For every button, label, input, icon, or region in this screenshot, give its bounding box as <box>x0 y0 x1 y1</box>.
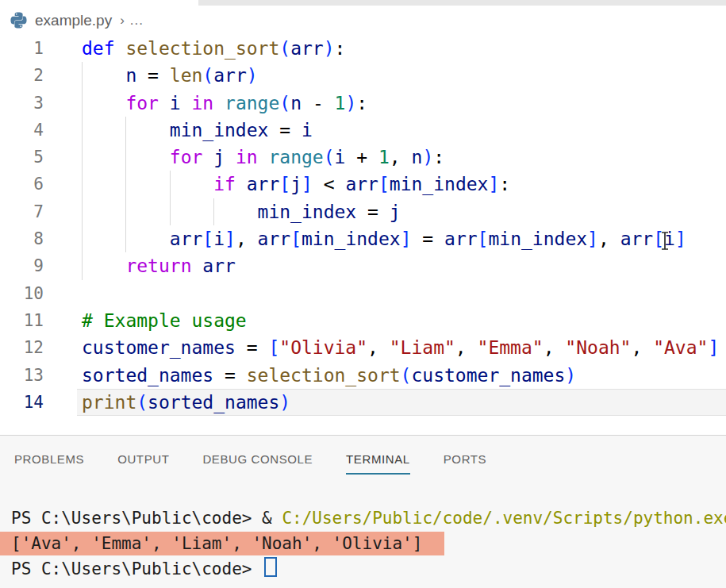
code-token: customer_names <box>411 365 565 386</box>
code-token: [ <box>478 229 489 249</box>
code-token: if <box>213 174 236 194</box>
line-number: 11 <box>0 307 44 334</box>
code-token: ( <box>136 392 148 413</box>
code-token <box>159 93 170 113</box>
code-token: min_index <box>258 202 357 222</box>
terminal-line: ['Ava', 'Emma', 'Liam', 'Noah', 'Olivia'… <box>0 531 726 556</box>
tab-ports[interactable]: PORTS <box>444 452 486 475</box>
code-text: arr[i], arr[min_index] = arr[min_index],… <box>82 225 686 252</box>
code-text: customer_names = ["Olivia", "Liam", "Emm… <box>82 334 719 361</box>
code-token: ) <box>247 65 258 86</box>
code-line[interactable]: 11# Example usage <box>0 307 726 334</box>
code-token: sorted_names <box>82 365 213 386</box>
code-token: 1 <box>335 93 346 113</box>
code-token: , <box>544 337 566 358</box>
code-token: - <box>302 93 335 113</box>
code-token: n <box>125 65 136 86</box>
tab-terminal[interactable]: TERMINAL <box>346 452 410 475</box>
code-token: arr <box>444 229 478 249</box>
code-token: ] <box>225 229 236 249</box>
code-text: return arr <box>82 252 236 279</box>
editor-lines[interactable]: 1def selection_sort(arr):2 n = len(arr)3… <box>0 35 726 416</box>
code-token: = <box>136 65 170 86</box>
code-line[interactable]: 10 <box>0 280 726 307</box>
line-number: 4 <box>0 117 44 144</box>
code-token: in <box>236 147 258 167</box>
code-token: ] <box>675 229 686 249</box>
code-token <box>115 38 126 59</box>
code-token <box>236 174 247 194</box>
code-token: [ <box>290 229 302 249</box>
code-line[interactable]: 1def selection_sort(arr): <box>0 35 726 62</box>
code-token: ] <box>488 174 499 194</box>
code-token: ) <box>422 147 433 167</box>
code-text: # Example usage <box>82 307 247 334</box>
code-line[interactable]: 2 n = len(arr) <box>0 62 726 89</box>
code-line[interactable]: 3 for i in range(n - 1): <box>0 90 726 117</box>
code-token: , <box>598 229 620 249</box>
code-token: , <box>631 337 653 358</box>
code-token: "Liam" <box>390 337 455 358</box>
code-line[interactable]: 7 min_index = j <box>0 198 726 225</box>
code-token: arr <box>258 229 291 249</box>
code-token: [ <box>268 337 279 358</box>
tab-problems[interactable]: PROBLEMS <box>14 452 84 475</box>
code-token <box>213 93 225 113</box>
code-token: j <box>290 174 302 194</box>
line-number: 5 <box>0 144 44 171</box>
code-line[interactable]: 12customer_names = ["Olivia", "Liam", "E… <box>0 334 726 361</box>
code-token: len <box>170 65 203 86</box>
code-token: arr <box>290 38 324 59</box>
code-token: [ <box>202 229 213 249</box>
code-line[interactable]: 5 for j in range(i + 1, n): <box>0 144 726 171</box>
code-token: "Noah" <box>565 337 631 358</box>
code-token: range <box>268 147 323 167</box>
tab-output[interactable]: OUTPUT <box>117 452 169 475</box>
code-token: ] <box>302 174 313 194</box>
code-line[interactable]: 13sorted_names = selection_sort(customer… <box>0 362 726 389</box>
code-token: , <box>455 337 478 358</box>
code-token <box>82 120 170 140</box>
code-token: arr <box>620 229 654 249</box>
code-line[interactable]: 4 min_index = i <box>0 117 726 144</box>
line-number: 1 <box>0 35 44 62</box>
line-number: 13 <box>0 362 44 389</box>
text-cursor-pointer <box>659 231 670 251</box>
terminal-text: ['Ava', 'Emma', 'Liam', 'Noah', 'Olivia'… <box>11 534 422 553</box>
terminal[interactable]: PS C:\Users\Public\code> & C:/Users/Publ… <box>0 505 726 582</box>
code-token: in <box>192 93 214 113</box>
code-token: arr <box>345 174 378 194</box>
code-token: j <box>213 147 225 167</box>
code-token <box>82 65 125 86</box>
code-token: ) <box>279 392 290 413</box>
code-token: ] <box>708 337 719 358</box>
code-token: i <box>335 147 346 167</box>
code-token: ( <box>401 365 412 386</box>
breadcrumb-file-name[interactable]: example.py <box>35 12 112 29</box>
code-token: j <box>390 202 401 222</box>
code-token: : <box>433 147 444 167</box>
line-number: 10 <box>0 280 44 307</box>
terminal-command-text: C:/Users/Public/code/.venv/Scripts/pytho… <box>282 509 726 528</box>
code-token: min_index <box>390 174 489 194</box>
tab-debug-console[interactable]: DEBUG CONSOLE <box>202 452 313 475</box>
code-line[interactable]: 8 arr[i], arr[min_index] = arr[min_index… <box>0 225 726 252</box>
code-token <box>82 229 170 249</box>
code-line[interactable]: 14print(sorted_names) <box>0 389 726 416</box>
line-number: 9 <box>0 252 44 279</box>
code-line[interactable]: 6 if arr[j] < arr[min_index]: <box>0 171 726 198</box>
code-token: [ <box>378 174 390 194</box>
bottom-panel: PROBLEMSOUTPUTDEBUG CONSOLETERMINALPORTS… <box>0 436 726 588</box>
code-text: if arr[j] < arr[min_index]: <box>82 171 510 198</box>
code-token: 1 <box>378 147 390 167</box>
breadcrumb-symbol-ellipsis[interactable]: ... <box>130 13 144 29</box>
inactive-tabstrip-edge <box>198 0 726 6</box>
code-token: arr <box>247 174 280 194</box>
breadcrumb: example.py › ... <box>0 6 726 35</box>
code-token: customer_names <box>82 337 236 358</box>
code-token: , <box>236 229 258 249</box>
code-token: ] <box>587 229 598 249</box>
code-token: sorted_names <box>148 392 279 413</box>
line-number: 14 <box>0 389 44 416</box>
code-line[interactable]: 9 return arr <box>0 252 726 279</box>
